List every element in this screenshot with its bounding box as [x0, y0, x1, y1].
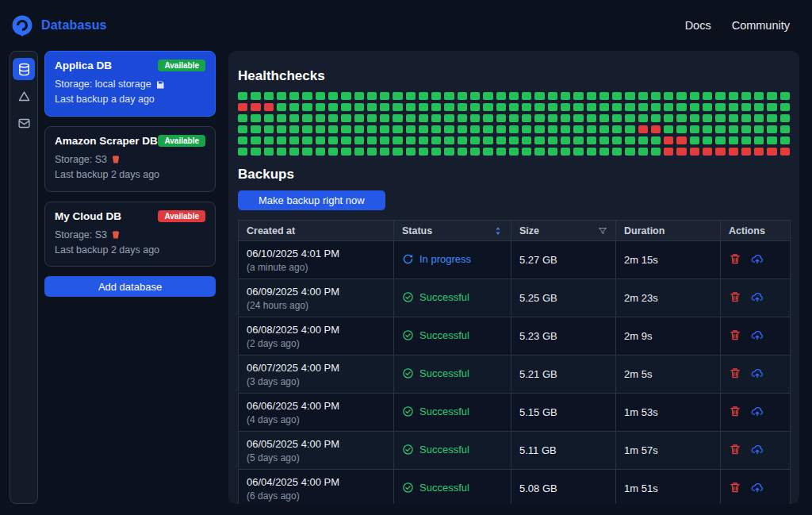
healthcheck-cell — [638, 136, 648, 144]
actions-cell — [721, 470, 791, 505]
duration-cell: 2m 15s — [616, 241, 721, 279]
created-at-cell: 06/09/2025 4:00 PM(24 hours ago) — [239, 279, 394, 317]
actions-cell — [721, 432, 791, 470]
restore-backup-button[interactable] — [751, 252, 764, 265]
healthcheck-cell — [548, 114, 557, 122]
backup-row: 06/10/2025 4:01 PM(a minute ago)In progr… — [239, 241, 791, 279]
created-at-cell: 06/05/2025 4:00 PM(5 days ago) — [239, 432, 394, 470]
healthcheck-cell — [741, 148, 751, 156]
sort-icon[interactable] — [493, 226, 503, 236]
healthcheck-cell — [470, 148, 480, 156]
healthcheck-cell — [587, 103, 596, 111]
healthcheck-cell — [573, 136, 583, 144]
healthcheck-cell — [406, 136, 416, 144]
delete-backup-button[interactable] — [729, 367, 741, 379]
restore-backup-button[interactable] — [751, 405, 764, 417]
content: Applica DB Available Storage: local stor… — [0, 51, 812, 515]
column-header-size[interactable]: Size — [511, 221, 616, 241]
check-circle-icon — [402, 444, 414, 455]
healthcheck-cell — [238, 125, 247, 133]
healthcheck-cell — [341, 148, 350, 156]
healthcheck-cell — [651, 114, 661, 122]
healthcheck-cell — [328, 136, 338, 144]
delete-backup-button[interactable] — [729, 443, 741, 455]
created-at-cell: 06/07/2025 4:00 PM(3 days ago) — [239, 356, 394, 394]
healthcheck-cell — [651, 92, 661, 100]
healthcheck-cell — [754, 136, 764, 144]
sidebar-item-notifications[interactable] — [13, 112, 35, 134]
healthcheck-cell — [341, 92, 350, 100]
healthcheck-cell — [612, 92, 622, 100]
healthcheck-cell — [431, 148, 441, 156]
healthcheck-cell — [483, 136, 492, 144]
healthcheck-cell — [458, 136, 467, 144]
nav-docs[interactable]: Docs — [685, 19, 711, 32]
actions-cell — [721, 317, 791, 356]
healthcheck-cell — [754, 125, 764, 133]
top-nav: Docs Community — [685, 19, 790, 32]
size-cell: 5.11 GB — [511, 432, 616, 470]
brand[interactable]: Databasus — [11, 14, 107, 37]
backup-row: 06/08/2025 4:00 PM(2 days ago)Successful… — [239, 317, 791, 356]
restore-backup-button[interactable] — [751, 290, 764, 303]
delete-backup-button[interactable] — [729, 290, 741, 303]
healthcheck-cell — [470, 136, 480, 144]
restore-backup-button[interactable] — [751, 481, 764, 494]
healthcheck-cell — [690, 92, 699, 100]
delete-backup-button[interactable] — [729, 405, 741, 417]
delete-backup-button[interactable] — [729, 252, 741, 265]
restore-backup-button[interactable] — [751, 367, 764, 379]
healthcheck-cell — [496, 103, 506, 111]
database-card-applica[interactable]: Applica DB Available Storage: local stor… — [44, 51, 216, 117]
healthcheck-cell — [754, 103, 764, 111]
healthcheck-cell — [534, 136, 544, 144]
app-title: Databasus — [41, 18, 107, 33]
add-database-button[interactable]: Add database — [44, 276, 216, 297]
column-header-status[interactable]: Status — [394, 221, 511, 241]
actions-cell — [721, 241, 791, 279]
healthcheck-cell — [690, 103, 699, 111]
healthcheck-cell — [587, 92, 596, 100]
healthcheck-cell — [690, 136, 699, 144]
healthcheck-cell — [367, 114, 377, 122]
nav-community[interactable]: Community — [732, 19, 790, 32]
healthcheck-cell — [664, 136, 673, 144]
database-storage: Storage: S3 — [55, 152, 205, 167]
healthcheck-cell — [470, 114, 480, 122]
column-header-actions: Actions — [721, 221, 791, 241]
sidebar-item-databases[interactable] — [13, 58, 35, 80]
logo-icon — [11, 14, 33, 37]
sidebar-item-storage[interactable] — [13, 85, 35, 107]
cloud-upload-icon — [751, 290, 764, 303]
healthcheck-cell — [715, 103, 725, 111]
healthcheck-cell — [715, 148, 725, 156]
healthcheck-cell — [522, 114, 531, 122]
make-backup-button[interactable]: Make backup right now — [238, 190, 385, 210]
s3-bucket-icon — [111, 230, 121, 240]
trash-icon — [729, 252, 741, 265]
healthcheck-cell — [380, 92, 389, 100]
healthcheck-cell — [277, 114, 286, 122]
size-cell: 5.27 GB — [511, 241, 616, 279]
filter-icon[interactable] — [598, 226, 607, 236]
healthcheck-cell — [316, 136, 325, 144]
delete-backup-button[interactable] — [729, 481, 741, 494]
healthcheck-cell — [483, 114, 492, 122]
healthcheck-cell — [780, 148, 790, 156]
restore-backup-button[interactable] — [751, 329, 764, 341]
healthcheck-cell — [458, 92, 467, 100]
healthcheck-cell — [625, 148, 634, 156]
status-cell: Successful — [394, 356, 511, 394]
restore-backup-button[interactable] — [751, 443, 764, 455]
healthcheck-cell — [393, 92, 402, 100]
database-card-my-cloud[interactable]: My Cloud DB Available Storage: S3 Last b… — [44, 202, 216, 267]
created-at-cell: 06/08/2025 4:00 PM(2 days ago) — [239, 317, 394, 356]
healthcheck-cell — [703, 103, 712, 111]
healthcheck-grid — [238, 92, 790, 156]
delete-backup-button[interactable] — [729, 329, 741, 341]
duration-cell: 1m 53s — [616, 394, 721, 432]
healthcheck-cell — [483, 103, 492, 111]
database-card-amazon-scraper[interactable]: Amazon Scraper DB Available Storage: S3 … — [44, 126, 216, 192]
healthcheck-cell — [509, 103, 519, 111]
healthcheck-cell — [354, 114, 364, 122]
